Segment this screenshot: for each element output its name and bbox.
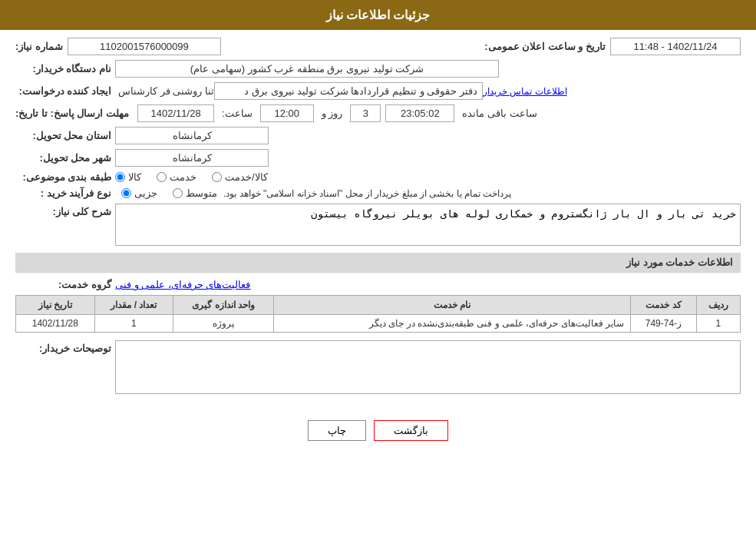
col-quantity: تعداد / مقدار (94, 296, 173, 315)
page-header: جزئیات اطلاعات نیاز (0, 0, 756, 30)
col-row-num: ردیف (696, 296, 740, 315)
province-row: استان محل تحویل: کرمانشاه (15, 127, 741, 144)
buyer-description-textarea[interactable] (115, 340, 741, 394)
services-section-title: اطلاعات خدمات مورد نیاز (15, 253, 741, 273)
category-row: طبقه بندی موضوعی: کالا خدمت کالا/خدمت (15, 171, 741, 183)
col-date: تاریخ نیاز (16, 296, 95, 315)
need-number-value: 1102001576000099 (68, 38, 221, 55)
city-label: شهر محل تحویل: (15, 152, 115, 164)
back-button[interactable]: بازگشت (374, 420, 448, 441)
purchase-type-label: نوع فرآیند خرید : (15, 187, 115, 199)
purchase-jozii-radio[interactable] (121, 188, 131, 198)
deadline-date: 1402/11/28 (137, 104, 214, 122)
need-description-label: شرح کلی نیاز: (15, 204, 115, 217)
deadline-time-label: ساعت: (222, 108, 253, 119)
print-button[interactable]: چاپ (308, 420, 366, 441)
city-value: کرمانشاه (115, 149, 269, 167)
need-description-textarea[interactable] (115, 204, 741, 246)
category-kala-radio[interactable] (115, 172, 125, 182)
category-options: کالا خدمت کالا/خدمت (115, 171, 268, 183)
services-table-wrapper: ردیف کد خدمت نام خدمت واحد اندازه گیری ت… (15, 295, 741, 333)
category-label: طبقه بندی موضوعی: (15, 171, 115, 183)
cell-service-code: ز-74-749 (631, 315, 697, 333)
cell-service-name: سایر فعالیت‌های حرفه‌ای، علمی و فنی طبقه… (274, 315, 631, 333)
table-row: 1 ز-74-749 سایر فعالیت‌های حرفه‌ای، علمی… (16, 315, 741, 333)
page-title: جزئیات اطلاعات نیاز (326, 8, 431, 22)
purchase-type-row: نوع فرآیند خرید : جزیی متوسط پرداخت تمام… (15, 187, 741, 199)
announce-value: 1402/11/24 - 11:48 (610, 38, 741, 55)
deadline-days: 3 (350, 104, 381, 122)
province-label: استان محل تحویل: (15, 130, 115, 141)
creator-prefix: ثنا روشنی فر کارشناس (118, 85, 214, 97)
main-content: شماره نیاز: 1102001576000099 تاریخ و ساع… (0, 30, 756, 409)
cell-date: 1402/11/28 (16, 315, 95, 333)
category-khedmat-label: خدمت (170, 171, 196, 183)
category-kala-khedmat-radio[interactable] (212, 172, 222, 182)
category-kala-khedmat: کالا/خدمت (212, 171, 268, 183)
purchase-motavaset-radio[interactable] (173, 188, 183, 198)
col-service-name: نام خدمت (274, 296, 631, 315)
deadline-time: 12:00 (260, 104, 314, 122)
service-group-row: گروه خدمت: فعالیت‌های حرفه‌ای، علمی و فن… (15, 279, 741, 290)
buyer-description-value-wrapper (115, 340, 741, 396)
deadline-row: مهلت ارسال پاسخ: تا تاریخ: 1402/11/28 سا… (15, 104, 741, 122)
table-header-row: ردیف کد خدمت نام خدمت واحد اندازه گیری ت… (16, 296, 741, 315)
col-service-code: کد خدمت (631, 296, 697, 315)
need-number-label: شماره نیاز: (15, 41, 63, 52)
services-table: ردیف کد خدمت نام خدمت واحد اندازه گیری ت… (15, 295, 741, 333)
buyer-org-label: نام دستگاه خریدار: (15, 63, 115, 75)
purchase-motavaset-label: متوسط (186, 187, 217, 199)
creator-row: ایجاد کننده درخواست: ثنا روشنی فر کارشنا… (15, 82, 741, 100)
category-khedmat: خدمت (157, 171, 196, 183)
buyer-org-row: نام دستگاه خریدار: شرکت تولید نیروی برق … (15, 60, 741, 78)
need-description-row: شرح کلی نیاز: (15, 204, 741, 248)
buyer-description-label: توصیحات خریدار: (15, 340, 115, 354)
col-unit: واحد اندازه گیری (173, 296, 274, 315)
service-group-value[interactable]: فعالیت‌های حرفه‌ای، علمی و فنی (115, 279, 250, 290)
deadline-countdown-label: ساعت باقی مانده (462, 108, 536, 119)
service-group-label: گروه خدمت: (15, 279, 115, 290)
category-kala-label: کالا (128, 171, 141, 183)
deadline-days-label: روز و (322, 108, 343, 119)
province-value: کرمانشاه (115, 127, 269, 144)
page-wrapper: جزئیات اطلاعات نیاز شماره نیاز: 11020015… (0, 0, 756, 540)
cell-row-num: 1 (696, 315, 740, 333)
deadline-label: مهلت ارسال پاسخ: تا تاریخ: (15, 108, 133, 119)
purchase-jozii-label: جزیی (134, 187, 157, 199)
purchase-jozii: جزیی (121, 187, 157, 199)
need-description-value-wrapper (115, 204, 741, 248)
creator-value: دفتر حقوقی و تنظیم قراردادها شرکت تولید … (214, 82, 483, 100)
deadline-countdown: 23:05:02 (385, 104, 454, 122)
top-info-row: شماره نیاز: 1102001576000099 تاریخ و ساع… (15, 38, 741, 55)
category-khedmat-radio[interactable] (157, 172, 167, 182)
buyer-description-row: توصیحات خریدار: (15, 340, 741, 396)
cell-unit: پروژه (173, 315, 274, 333)
purchase-motavaset: متوسط (173, 187, 217, 199)
creator-label: ایجاد کننده درخواست: (15, 85, 115, 97)
creator-link[interactable]: اطلاعات تماس خریدار (483, 86, 567, 97)
cell-quantity: 1 (94, 315, 173, 333)
category-kala: کالا (115, 171, 141, 183)
purchase-type-options: جزیی متوسط (121, 187, 217, 199)
purchase-type-note: پرداخت تمام یا بخشی از مبلغ خریدار از مح… (223, 188, 511, 199)
buyer-org-value: شرکت تولید نیروی برق منطقه غرب کشور (سها… (115, 60, 499, 78)
city-row: شهر محل تحویل: کرمانشاه (15, 149, 741, 167)
footer-buttons: بازگشت چاپ (0, 409, 756, 452)
announce-label: تاریخ و ساعت اعلان عمومی: (484, 41, 606, 52)
category-kala-khedmat-label: کالا/خدمت (225, 171, 268, 183)
